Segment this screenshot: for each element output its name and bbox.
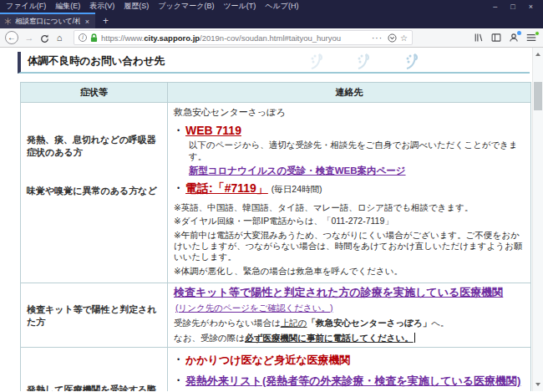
- covid-web-guide-link[interactable]: 新型コロナウイルスの受診・検査WEB案内ページ: [189, 165, 406, 177]
- list-item: •かかりつけ医など身近な医療機関: [177, 353, 525, 369]
- navigation-toolbar: ← → ⌂ i https://www.city.sapporo.jp/2019…: [0, 28, 543, 48]
- check-linked-page-link[interactable]: (リンク先のページをご確認ください。): [175, 303, 332, 314]
- toolbar-right-icons: [474, 33, 538, 43]
- web7119-link[interactable]: WEB 7119: [185, 124, 241, 137]
- url-text[interactable]: https://www.city.sapporo.jp/2019n-cov/so…: [101, 33, 367, 43]
- symptom-label: 味覚や嗅覚に異常のある方など: [27, 185, 161, 197]
- forward-icon[interactable]: →: [22, 30, 37, 45]
- column-header-symptom: 症状等: [21, 83, 168, 103]
- lock-icon[interactable]: [90, 33, 98, 43]
- url-scheme: https://www.: [101, 33, 144, 43]
- fever-outpatient-list-link[interactable]: 発熱外来リスト(発熱者等の外来診療・検査を実施している医療機関): [185, 374, 520, 387]
- bullet-icon: •: [177, 184, 185, 192]
- note-call-ahead: なお、受診の際は必ず医療機関に事前に電話してください。: [174, 333, 525, 344]
- tel-hours-note: (毎日24時間): [272, 184, 322, 194]
- browser-viewport: 体調不良時のお問い合わせ先 症状等 連絡先 発熱、痰、息切れなどの呼吸器症状のあ…: [0, 48, 543, 391]
- org-name: 救急安心センターさっぽろ: [174, 106, 525, 119]
- note-dial-line: ※ダイヤル回線・一部IP電話からは、「011-272-7119」: [174, 216, 525, 227]
- bullet-icon: •: [177, 354, 185, 365]
- symptom-label: 発熱、痰、息切れなどの呼吸器症状のある方: [27, 134, 161, 159]
- minimize-button[interactable]: –: [493, 3, 497, 11]
- tab-active[interactable]: 相談窓口について/札幌市 ×: [0, 13, 95, 28]
- scroll-up-button[interactable]: [533, 49, 543, 59]
- menu-help[interactable]: ヘルプ(H): [265, 1, 298, 12]
- close-button[interactable]: ×: [529, 3, 533, 11]
- maximize-button[interactable]: □: [510, 3, 515, 11]
- contact-cell-testkit: 検査キット等で陽性と判定された方の診療を実施している医療機関 (リンク先のページ…: [168, 283, 531, 347]
- call-ahead-strong: 必ず医療機関に事前に電話してください。: [245, 333, 414, 343]
- testkit-medical-list-link[interactable]: 検査キット等で陽性と判定された方の診療を実施している医療機関: [174, 286, 503, 298]
- scrollbar[interactable]: [532, 48, 543, 391]
- table-row: 発熱、痰、息切れなどの呼吸器症状のある方 味覚や嗅覚に異常のある方など 救急安心…: [21, 103, 531, 283]
- note-text: なお、受診の際は: [174, 333, 245, 343]
- page-body: 体調不良時のお問い合わせ先 症状等 連絡先 発熱、痰、息切れなどの呼吸器症状のあ…: [0, 48, 532, 391]
- note-languages: ※英語、中国語、韓国語、タイ語、マレー語、ロシア語でも相談できます。: [174, 202, 525, 213]
- list-item: •発熱外来リスト(発熱者等の外来診療・検査を実施している医療機関) (リンク先の…: [177, 374, 525, 391]
- library-icon[interactable]: [474, 33, 484, 43]
- notes-block: ※英語、中国語、韓国語、タイ語、マレー語、ロシア語でも相談できます。 ※ダイヤル…: [174, 202, 525, 277]
- title-bar: ファイル(F) 編集(E) 表示(V) 履歴(S) ブックマーク(B) ツール(…: [0, 0, 543, 13]
- family-doctor-label: かかりつけ医など身近な医療機関: [185, 354, 350, 366]
- menu-view[interactable]: 表示(V): [89, 1, 114, 12]
- symptom-cell-respiratory: 発熱、痰、息切れなどの呼吸器症状のある方 味覚や嗅覚に異常のある方など: [21, 103, 168, 283]
- list-item: •WEB 7119 以下のページから、適切な受診先・相談先をご自身でお調べいただ…: [177, 124, 525, 177]
- reload-icon[interactable]: [37, 32, 52, 43]
- update-badge: [535, 31, 540, 36]
- text-cursor: [414, 333, 415, 343]
- section-heading-text: 体調不良時のお問い合わせ先: [28, 55, 165, 67]
- symptom-label: 発熱して医療機関を受診する際: [27, 384, 161, 391]
- bookmark-star-icon[interactable]: ☆: [400, 33, 408, 43]
- floral-decoration-icon: [403, 53, 420, 70]
- org-name-bold: 「救急安心センターさっぽろ」: [307, 318, 431, 328]
- table-row: 検査キット等で陽性と判定された方 検査キット等で陽性と判定された方の診療を実施し…: [21, 283, 531, 347]
- note-unknown-destination: 受診先がわからない場合は上記の「救急安心センターさっぽろ」へ。: [174, 318, 525, 329]
- scroll-down-button[interactable]: [533, 379, 543, 389]
- floral-decoration-icon: [308, 53, 325, 70]
- tel7119-link[interactable]: 電話:「#7119」: [185, 181, 268, 195]
- sidebar-icon[interactable]: [491, 33, 501, 43]
- page-actions-icon[interactable]: ···: [370, 33, 384, 43]
- url-path: /2019n-cov/soudan.html#taityou_huryou: [200, 33, 341, 43]
- account-notification-dot: [517, 31, 521, 35]
- menu-bar: ファイル(F) 編集(E) 表示(V) 履歴(S) ブックマーク(B) ツール(…: [0, 1, 298, 12]
- symptom-label: 検査キット等で陽性と判定された方: [27, 303, 161, 328]
- back-icon[interactable]: ←: [5, 31, 18, 44]
- note-busy-morning: ※午前中は電話が大変混みあうため、つながりにくい場合がございます。ご不便をおかけ…: [174, 230, 525, 263]
- web7119-description: 以下のページから、適切な受診先・相談先をご自身でお調べいただくことができます。: [189, 140, 525, 163]
- table-row: 発熱して医療機関を受診する際 •かかりつけ医など身近な医療機関 •発熱外来リスト…: [21, 348, 531, 391]
- symptom-cell-fever-visit: 発熱して医療機関を受診する際: [21, 348, 168, 391]
- tab-bar: 相談窓口について/札幌市 × +: [0, 13, 543, 28]
- menu-edit[interactable]: 編集(E): [55, 1, 80, 12]
- table-header-row: 症状等 連絡先: [21, 83, 531, 103]
- above-anchor-link[interactable]: 上記の: [281, 318, 307, 328]
- scrollbar-thumb[interactable]: [534, 82, 542, 110]
- address-bar[interactable]: i https://www.city.sapporo.jp/2019n-cov/…: [74, 30, 413, 45]
- url-domain: city.sapporo.jp: [144, 33, 200, 43]
- new-tab-button[interactable]: +: [95, 13, 116, 28]
- note-text: へ。: [431, 318, 449, 328]
- tab-close-icon[interactable]: ×: [84, 18, 91, 26]
- menu-file[interactable]: ファイル(F): [6, 1, 46, 12]
- menu-bookmarks[interactable]: ブックマーク(B): [158, 1, 214, 12]
- home-icon[interactable]: ⌂: [52, 30, 67, 45]
- column-header-contact: 連絡先: [168, 83, 531, 103]
- note-emergency: ※体調が悪化し、緊急の場合は救急車を呼んでください。: [174, 266, 525, 277]
- contact-table: 症状等 連絡先 発熱、痰、息切れなどの呼吸器症状のある方 味覚や嗅覚に異常のある…: [20, 82, 531, 391]
- pocket-icon[interactable]: [388, 33, 397, 43]
- tab-title: 相談窓口について/札幌市: [15, 17, 80, 27]
- menu-tools[interactable]: ツール(T): [223, 1, 256, 12]
- list-item: •電話:「#7119」(毎日24時間): [177, 181, 525, 196]
- symptom-cell-testkit: 検査キット等で陽性と判定された方: [21, 283, 168, 347]
- bullet-icon: •: [177, 126, 185, 135]
- floral-decoration-icon: [355, 53, 372, 70]
- menu-history[interactable]: 履歴(S): [124, 1, 149, 12]
- account-icon[interactable]: [509, 33, 519, 43]
- contact-cell-7119: 救急安心センターさっぽろ •WEB 7119 以下のページから、適切な受診先・相…: [168, 103, 531, 283]
- site-info-icon[interactable]: i: [79, 33, 87, 42]
- bullet-icon: •: [177, 375, 185, 386]
- favicon-sapporo-emblem-icon: [4, 18, 12, 25]
- note-text: 受診先がわからない場合は: [174, 318, 281, 328]
- menu-hamburger-icon[interactable]: [526, 33, 536, 42]
- window-controls: – □ ×: [493, 3, 543, 11]
- contact-cell-fever-visit: •かかりつけ医など身近な医療機関 •発熱外来リスト(発熱者等の外来診療・検査を実…: [168, 348, 531, 391]
